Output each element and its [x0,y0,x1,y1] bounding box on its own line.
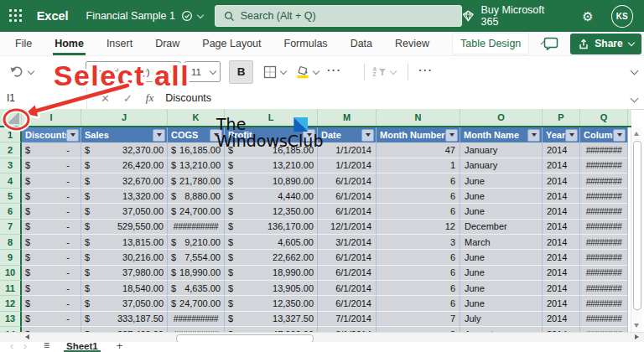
cell-P13[interactable]: 2014 [543,312,580,327]
cell-O2[interactable]: January [460,142,543,158]
row-header-6[interactable]: 6 [0,204,22,219]
cell-O11[interactable]: June [460,281,543,296]
cell-O10[interactable]: June [460,266,543,281]
cell-N12[interactable]: 6 [377,296,460,311]
cell-P8[interactable]: 2014 [543,235,580,250]
table-header-cell-sales[interactable]: Sales [81,127,168,142]
app-name[interactable]: Excel [37,9,69,23]
filter-dropdown-button[interactable] [527,129,540,142]
cell-M7[interactable]: 12/1/2014 [318,220,377,235]
search-input[interactable]: Search (Alt + Q) [215,5,462,27]
cell-J5[interactable]: $13,320.00 [81,189,168,204]
undo-dropdown-chevron-icon[interactable] [28,67,34,74]
table-header-cell-month-name[interactable]: Month Name [460,127,543,142]
cell-O7[interactable]: December [460,220,543,235]
cell-K7[interactable]: ########## [168,220,225,235]
cell-I13[interactable]: $- [22,312,81,327]
next-sheet-chevron-icon[interactable]: › [23,342,27,350]
row-header-3[interactable]: 3 [0,158,22,173]
cell-I5[interactable]: $- [22,189,81,204]
title-dropdown-chevron-icon[interactable] [197,12,204,18]
cell-L6[interactable]: $12,350.00 [225,204,318,219]
insert-function-icon[interactable]: fx [146,91,153,105]
cell-L8[interactable]: $4,605.00 [225,235,318,250]
row-header-10[interactable]: 10 [0,266,22,281]
ribbon-tab-draw[interactable]: Draw [155,38,179,49]
select-all-button[interactable] [0,109,22,126]
cell-J6[interactable]: $37,050.00 [81,204,168,219]
cell-Q8[interactable]: ######## [580,235,628,250]
cell-J10[interactable]: $37,980.00 [81,266,168,281]
cell-N11[interactable]: 6 [377,281,460,296]
cell-J7[interactable]: $529,550.00 [81,220,168,235]
formula-bar-expand-chevron-icon[interactable] [631,95,639,103]
cell-K2[interactable]: $16,185.00 [168,142,225,158]
cell-Q6[interactable]: ######## [580,204,628,219]
saved-status-icon[interactable] [181,10,193,22]
comments-button[interactable] [543,37,558,50]
sheet-list-icon[interactable]: ≡ [44,342,49,349]
scroll-down-arrow-icon[interactable] [634,324,639,328]
cell-O12[interactable]: June [460,296,543,311]
name-box[interactable]: I1 [0,87,87,109]
cell-Q5[interactable]: ######## [580,189,628,204]
cell-N3[interactable]: 1 [377,158,460,173]
cell-M2[interactable]: 1/1/2014 [318,142,377,158]
cell-K3[interactable]: $13,210.00 [168,158,225,173]
cell-M12[interactable]: 6/1/2014 [318,296,377,311]
cell-K4[interactable]: $21,780.00 [168,173,225,189]
cell-K8[interactable]: $9,210.00 [168,235,225,250]
ribbon-tab-page-layout[interactable]: Page Layout [202,38,261,49]
table-header-cell-discounts[interactable]: Discounts [22,127,81,142]
borders-button[interactable] [263,65,286,79]
row-header-13[interactable]: 13 [0,312,22,327]
cell-K6[interactable]: $24,700.00 [168,204,225,219]
cell-M4[interactable]: 6/1/2014 [318,173,377,189]
share-button[interactable]: Share [570,34,641,54]
fill-color-button[interactable] [296,65,319,79]
cell-P5[interactable]: 2014 [543,189,580,204]
undo-button[interactable] [10,65,34,78]
scroll-left-arrow-icon[interactable] [25,334,29,339]
cell-J8[interactable]: $13,815.00 [81,235,168,250]
cell-P2[interactable]: 2014 [543,142,580,158]
filter-dropdown-button[interactable] [303,129,315,142]
table-header-cell-column1[interactable]: Column1 [580,127,628,142]
ribbon-collapse-chevron-icon[interactable] [631,67,639,75]
cell-J4[interactable]: $32,670.00 [81,173,168,189]
row-header-9[interactable]: 9 [0,250,22,265]
cell-M6[interactable]: 6/1/2014 [318,204,377,219]
cell-N9[interactable]: 6 [377,250,460,265]
vertical-scrollbar-thumb[interactable] [633,141,641,310]
table-header-cell-month-number[interactable]: Month Number [377,127,460,142]
column-header-L[interactable]: L [225,109,318,126]
scroll-up-arrow-icon[interactable] [634,132,639,136]
font-size-select[interactable]: 11 [184,61,221,82]
cell-I6[interactable]: $- [22,204,81,219]
cell-J2[interactable]: $32,370.00 [81,142,168,158]
cell-P4[interactable]: 2014 [543,173,580,189]
cell-Q7[interactable]: ######## [580,220,628,235]
cell-L10[interactable]: $18,990.00 [225,266,318,281]
ribbon-tab-review[interactable]: Review [395,38,429,49]
cell-J12[interactable]: $37,050.00 [81,296,168,311]
cell-I9[interactable]: $- [22,250,81,265]
toolbar-overflow-button[interactable]: ··· [418,64,434,76]
cell-K9[interactable]: $7,554.00 [168,250,225,265]
filter-dropdown-button[interactable] [445,129,458,142]
cell-L2[interactable]: $16,185.00 [225,142,318,158]
add-sheet-button[interactable]: + [117,342,123,350]
row-header-5[interactable]: 5 [0,189,22,204]
cell-K5[interactable]: $8,880.00 [168,189,225,204]
cell-L13[interactable]: $13,327.50 [225,312,318,327]
row-header-1[interactable]: 1 [0,127,22,142]
account-avatar[interactable]: KS [611,5,633,28]
cell-J9[interactable]: $30,216.00 [81,250,168,265]
cell-M5[interactable]: 6/1/2014 [318,189,377,204]
filter-dropdown-button[interactable] [565,129,578,142]
column-header-J[interactable]: J [81,109,168,126]
buy-microsoft-365-button[interactable]: Buy Microsoft 365 [462,4,563,28]
cell-N4[interactable]: 6 [377,173,460,189]
cell-N7[interactable]: 12 [377,220,460,235]
cell-P3[interactable]: 2014 [543,158,580,173]
